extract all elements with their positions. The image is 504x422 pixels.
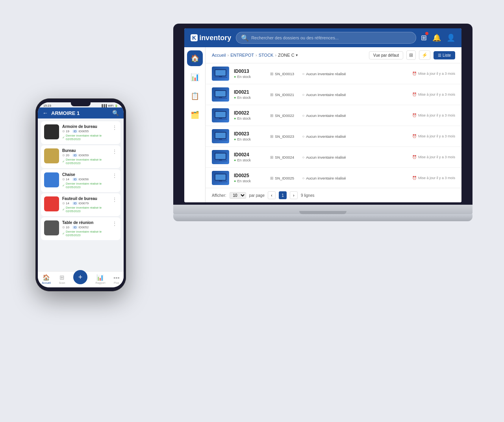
filter-button[interactable]: ⚡ [419,50,430,60]
table-row[interactable]: ID0013 ● En stock ⊞ SN_ID0013 ○ Aucun in… [206,63,461,84]
breadcrumb-stock[interactable]: STOCK [259,53,274,57]
time-col: ⏰ Mise à jour il y a 3 mois [412,176,455,180]
phone-count-badge: ⊙ 14 [62,202,69,205]
check-icon: ✓ [62,208,65,211]
phone-list-item[interactable]: Bureau ⊙ 20 ID ID0059 ✓ Dernier inventai… [41,145,120,168]
next-page-button[interactable]: › [290,191,298,199]
status-dot: ● [234,75,236,79]
time-icon: ⏰ [412,155,417,159]
serial-col: ⊞ SN_ID0021 [270,93,294,97]
phone-nav-center-button[interactable]: + [73,270,87,284]
phone-list-item[interactable]: Table de réunion ⊙ 10 ID ID0052 ✓ Dernie… [41,217,120,240]
show-label: Afficher: [212,193,226,198]
phone-item-menu-button[interactable]: ⋮ [112,124,117,131]
inventory-col: ○ Aucun inventaire réalisé [302,155,346,159]
serial-value: SN_ID0021 [275,93,294,97]
search-bar[interactable]: 🔍 [236,32,416,44]
view-default-button[interactable]: Vue par défaut [369,51,403,59]
inventory-icon: ○ [302,113,304,118]
status-dot: ● [234,96,236,100]
table-row[interactable]: ID0025 ● En stock ⊞ SN_ID0025 ○ Aucun in… [206,168,461,188]
svg-rect-3 [219,76,222,77]
status-text: En stock [237,137,251,141]
phone-nav-accueil[interactable]: 🏠 Accueil [42,274,51,284]
phone-item-body: Fauteuil de bureau ⊙ 14 ID ID0079 ✓ Dern… [62,196,109,213]
phone-nav-rapport[interactable]: 📊 Rapport [95,274,105,284]
bell-icon: 🔔 [432,34,441,42]
id-badge: ID [72,202,78,205]
phone-nav-plus[interactable]: ••• Plus [113,274,120,284]
phone-item-menu-button[interactable]: ⋮ [112,172,117,179]
sidebar-item-archive[interactable]: 🗂️ [187,107,203,123]
time-value: Mise à jour il y a 3 mois [418,176,455,180]
search-input[interactable] [251,35,411,40]
id-badge: ID [72,154,78,157]
serial-icon: ⊞ [270,176,273,180]
item-info: ID0023 ● En stock [234,131,265,141]
phone-back-button[interactable]: ← [43,110,48,116]
breadcrumb-entrepot[interactable]: ENTREPOT [230,53,254,57]
list-view-button[interactable]: ☰ Liste [434,51,455,59]
bell-icon-button[interactable]: 🔔 [432,33,441,42]
pagination-bar: Afficher: 10 20 50 par page ‹ 1 › 9 lign… [206,188,461,202]
phone-item-name: Bureau [62,148,109,153]
phone-item-list: Armoire de bureau ⊙ 19 ID ID0055 ✓ Derni… [38,118,124,271]
item-list: ID0013 ● En stock ⊞ SN_ID0013 ○ Aucun in… [206,63,461,188]
qr-icon-button[interactable]: ⊞ [421,33,427,42]
header-icons: ⊞ 🔔 👤 [421,33,455,42]
phone-count-badge: ⊙ 10 [62,226,69,229]
phone-search-button[interactable]: 🔍 [112,110,119,116]
phone-count-badge: ⊙ 20 [62,154,69,157]
phone-item-date: ✓ Dernier inventaire réalisé le 02/05/20… [62,182,109,189]
serial-icon: ⊞ [270,134,273,139]
total-lines: 9 lignes [301,193,314,198]
table-row[interactable]: ID0021 ● En stock ⊞ SN_ID0021 ○ Aucun in… [206,84,461,105]
item-columns: ⊞ SN_ID0025 ○ Aucun inventaire réalisé ⏰… [270,176,455,180]
svg-rect-23 [219,181,222,181]
time-col: ⏰ Mise à jour il y a 3 mois [412,93,455,96]
phone-list-item[interactable]: Fauteuil de bureau ⊙ 14 ID ID0079 ✓ Dern… [41,193,120,216]
sidebar-item-charts[interactable]: 📊 [187,69,203,85]
table-row[interactable]: ID0023 ● En stock ⊞ SN_ID0023 ○ Aucun in… [206,126,461,147]
per-page-select[interactable]: 10 20 50 [230,192,246,199]
item-id: ID0025 [234,173,265,178]
status-text: En stock [237,96,251,100]
phone-count-badge: ⊙ 19 [62,130,69,133]
phone-item-body: Bureau ⊙ 20 ID ID0059 ✓ Dernier inventai… [62,148,109,165]
item-thumbnail [212,108,229,122]
breadcrumb-zone[interactable]: ZONE C ▼ [278,53,298,57]
item-id: ID0013 [234,68,265,74]
breadcrumb-accueil[interactable]: Accueil [212,53,226,57]
sidebar-item-tasks[interactable]: 📋 [187,88,203,104]
table-row[interactable]: ID0024 ● En stock ⊞ SN_ID0024 ○ Aucun in… [206,147,461,168]
phone-list-item[interactable]: Chaise ⊙ 14 ID ID0056 ✓ Dernier inventai… [41,169,120,192]
page-1-button[interactable]: 1 [279,191,287,199]
svg-rect-11 [219,118,222,119]
laptop-screen: K inventory 🔍 ⊞ 🔔 👤 [184,28,461,202]
laptop-notch [299,211,346,214]
inventory-value: Aucun inventaire réalisé [306,176,346,180]
serial-icon: ⊞ [270,155,273,159]
svg-rect-19 [219,160,222,161]
phone-list-item[interactable]: Armoire de bureau ⊙ 19 ID ID0055 ✓ Derni… [41,121,120,144]
serial-icon: ⊞ [270,93,273,97]
prev-page-button[interactable]: ‹ [268,191,276,199]
phone-item-menu-button[interactable]: ⋮ [112,196,117,203]
sidebar-item-home[interactable]: 🏠 [187,50,203,66]
item-info: ID0025 ● En stock [234,173,265,183]
phone-nav-scan[interactable]: ⊞ Scan [59,274,65,284]
svg-rect-21 [215,174,226,180]
serial-col: ⊞ SN_ID0024 [270,155,294,159]
table-row[interactable]: ID0022 ● En stock ⊞ SN_ID0022 ○ Aucun in… [206,105,461,126]
phone-item-menu-button[interactable]: ⋮ [112,148,117,155]
time-value: Mise à jour il y a 3 mois [418,155,455,159]
user-icon-button[interactable]: 👤 [447,33,455,42]
id-badge: ID [72,178,78,181]
phone-screen-title: ARMOIRE 1 [51,110,109,116]
phone-item-menu-button[interactable]: ⋮ [112,220,117,227]
toolbar-right: Vue par défaut ⊞ ⚡ ☰ Liste [369,50,455,60]
item-id: ID0022 [234,110,265,116]
item-info: ID0024 ● En stock [234,152,265,162]
time-value: Mise à jour il y a 3 mois [418,113,455,117]
grid-view-button[interactable]: ⊞ [406,50,416,60]
